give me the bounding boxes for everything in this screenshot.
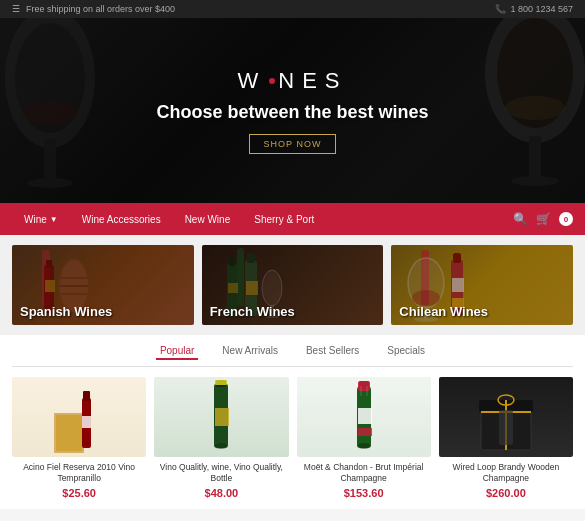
product-svg-4	[476, 378, 536, 456]
product-card-3[interactable]: Moët & Chandon - Brut Impérial Champagne…	[297, 377, 431, 499]
category-french[interactable]: French Wines	[202, 245, 384, 325]
categories-section: Spanish Wines French Wines	[0, 235, 585, 335]
category-spanish[interactable]: Spanish Wines	[12, 245, 194, 325]
promo-text: Free shipping on all orders over $400	[26, 4, 175, 14]
category-overlay-french: French Wines	[202, 245, 384, 325]
svg-rect-38	[83, 391, 90, 401]
nav-item-sherry[interactable]: Sherry & Port	[242, 203, 326, 235]
product-card-2[interactable]: Vino Qualitly, wine, Vino Qualitly, Bott…	[154, 377, 288, 499]
cart-count: 0	[559, 212, 573, 226]
svg-point-53	[357, 443, 371, 449]
product-price-4: $260.00	[439, 487, 573, 499]
product-card-4[interactable]: Wired Loop Brandy Wooden Champagne $260.…	[439, 377, 573, 499]
nav-item-new-wine[interactable]: New Wine	[173, 203, 243, 235]
product-name-4: Wired Loop Brandy Wooden Champagne	[439, 462, 573, 484]
svg-rect-51	[358, 408, 372, 424]
hero-section: W NES Choose between the best wines Shop…	[0, 18, 585, 203]
shop-now-button[interactable]: Shop Now	[249, 134, 337, 154]
product-name-1: Acino Fiel Reserva 2010 Vino Tempranillo	[12, 462, 146, 484]
product-card-1[interactable]: Acino Fiel Reserva 2010 Vino Tempranillo…	[12, 377, 146, 499]
product-section: Popular New Arrivals Best Sellers Specia…	[0, 335, 585, 509]
nav-icons: 🔍 🛒 0	[513, 212, 573, 226]
product-price-2: $48.00	[154, 487, 288, 499]
svg-rect-48	[358, 381, 370, 391]
product-image-3	[297, 377, 431, 457]
menu-icon[interactable]: ☰	[12, 4, 20, 14]
tab-new-arrivals[interactable]: New Arrivals	[218, 343, 282, 360]
search-icon[interactable]: 🔍	[513, 212, 528, 226]
category-chilean[interactable]: Chilean Wines	[391, 245, 573, 325]
product-price-1: $25.60	[12, 487, 146, 499]
category-label-chilean: Chilean Wines	[399, 304, 488, 319]
svg-rect-43	[215, 408, 229, 426]
product-name-3: Moët & Chandon - Brut Impérial Champagne	[297, 462, 431, 484]
hero-content: W NES Choose between the best wines Shop…	[156, 68, 428, 154]
svg-rect-45	[215, 380, 227, 385]
navigation-bar: Wine ▼ Wine Accessories New Wine Sherry …	[0, 203, 585, 235]
product-svg-1	[52, 378, 107, 456]
logo-text-w: W	[237, 68, 266, 94]
nav-item-accessories[interactable]: Wine Accessories	[70, 203, 173, 235]
category-label-spanish: Spanish Wines	[20, 304, 112, 319]
chevron-down-icon: ▼	[50, 215, 58, 224]
product-tabs: Popular New Arrivals Best Sellers Specia…	[12, 343, 573, 367]
svg-point-44	[214, 443, 228, 449]
svg-rect-60	[499, 410, 513, 445]
svg-rect-39	[82, 416, 91, 428]
category-overlay-chilean: Chilean Wines	[391, 245, 573, 325]
nav-item-wine[interactable]: Wine ▼	[12, 203, 70, 235]
cart-icon[interactable]: 🛒	[536, 212, 551, 226]
category-overlay-spanish: Spanish Wines	[12, 245, 194, 325]
tab-popular[interactable]: Popular	[156, 343, 198, 360]
tab-specials[interactable]: Specials	[383, 343, 429, 360]
hero-tagline: Choose between the best wines	[156, 102, 428, 123]
product-name-2: Vino Qualitly, wine, Vino Qualitly, Bott…	[154, 462, 288, 484]
product-image-4	[439, 377, 573, 457]
product-price-3: $153.60	[297, 487, 431, 499]
product-svg-2	[196, 378, 246, 456]
top-bar-right: 📞 1 800 1234 567	[495, 4, 573, 14]
product-svg-3	[339, 378, 389, 456]
svg-rect-36	[56, 415, 82, 451]
product-image-2	[154, 377, 288, 457]
top-bar-left: ☰ Free shipping on all orders over $400	[12, 4, 175, 14]
category-label-french: French Wines	[210, 304, 295, 319]
phone-icon: 📞	[495, 4, 506, 14]
svg-point-40	[82, 441, 90, 445]
product-image-1	[12, 377, 146, 457]
top-bar: ☰ Free shipping on all orders over $400 …	[0, 0, 585, 18]
phone-number: 1 800 1234 567	[510, 4, 573, 14]
site-logo[interactable]: W NES	[156, 68, 428, 94]
logo-dot	[269, 78, 275, 84]
tab-best-sellers[interactable]: Best Sellers	[302, 343, 363, 360]
products-grid: Acino Fiel Reserva 2010 Vino Tempranillo…	[12, 377, 573, 499]
svg-rect-52	[358, 428, 372, 436]
logo-text-ines: NES	[278, 68, 347, 94]
